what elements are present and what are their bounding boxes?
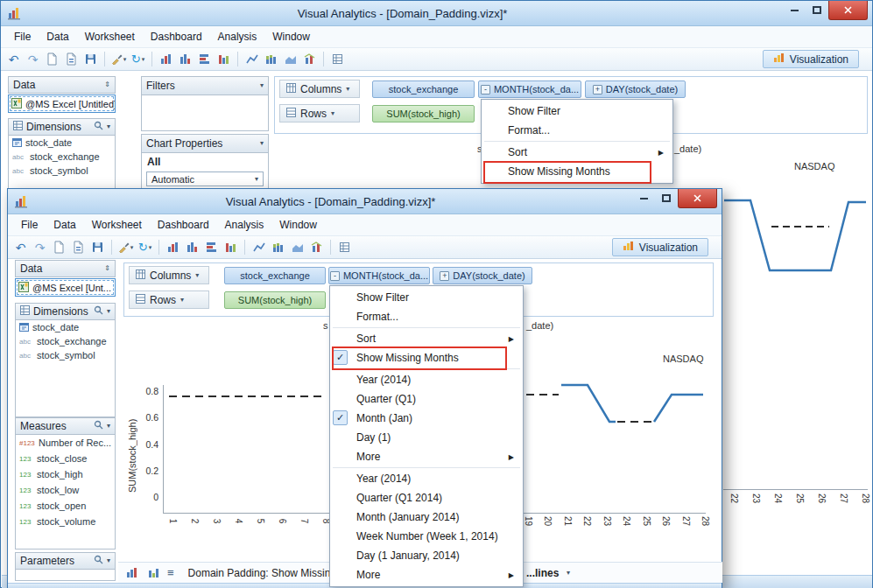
menu-data[interactable]: Data	[39, 27, 76, 46]
columns-shelf-label[interactable]: Columns ▾	[129, 266, 209, 284]
sheet-tab-label[interactable]: Domain Padding: Show Missing	[188, 567, 336, 579]
sort-updown-icon[interactable]: ⇕	[104, 81, 110, 88]
menu-file[interactable]: File	[13, 215, 46, 234]
menu-worksheet[interactable]: Worksheet	[84, 215, 150, 234]
bar-chart-icon[interactable]	[165, 239, 181, 256]
hbar-chart-icon[interactable]	[203, 239, 220, 256]
measure-item-stock-open[interactable]: 123 stock_open	[16, 498, 115, 514]
measure-item-stock-close[interactable]: 123 stock_close	[16, 451, 115, 466]
undo-icon[interactable]: ↶	[12, 239, 29, 256]
menu-item-sort[interactable]: Sort▶	[482, 143, 672, 162]
area-chart-icon[interactable]	[289, 239, 306, 256]
redo-icon[interactable]: ↷	[32, 239, 48, 256]
undo-icon[interactable]: ↶	[5, 51, 22, 68]
measure-item-stock-low[interactable]: 123 stock_low	[16, 482, 115, 498]
column-chart-icon[interactable]	[215, 51, 232, 68]
format-brush-icon[interactable]: ▾	[110, 51, 127, 68]
combo-chart-icon[interactable]	[308, 239, 325, 256]
chart-properties-header[interactable]: Chart Properties ▾	[141, 134, 269, 153]
menu-item-year[interactable]: Year (2014)	[330, 370, 523, 389]
pill-month-stock-date[interactable]: - MONTH(stock_da...	[328, 267, 430, 284]
collapse-icon[interactable]: -	[481, 85, 490, 94]
combo-chart-icon[interactable]	[301, 51, 318, 68]
filters-header[interactable]: Filters ▾	[141, 76, 269, 95]
menu-dashboard[interactable]: Dashboard	[143, 27, 210, 46]
pill-day-stock-date[interactable]: + DAY(stock_date)	[585, 80, 686, 98]
menu-item-sort[interactable]: Sort▶	[330, 329, 523, 348]
menu-data[interactable]: Data	[46, 215, 83, 234]
pill-sum-stock-high[interactable]: SUM(stock_high)	[372, 105, 475, 122]
menu-item-day[interactable]: Day (1)	[330, 428, 523, 447]
menu-item-week-number[interactable]: Week Number (Week 1, 2014)	[330, 527, 523, 546]
menu-item-year-exact[interactable]: Year (2014)	[330, 469, 523, 488]
stacked-chart-icon[interactable]	[263, 51, 279, 68]
measure-item-stock-high[interactable]: 123 stock_high	[16, 466, 115, 482]
stacked-chart-icon[interactable]	[270, 239, 286, 256]
menu-item-show-missing-months[interactable]: Show Missing Months	[482, 162, 672, 181]
line-chart-icon[interactable]	[250, 239, 267, 256]
refresh-icon[interactable]: ↻▾	[137, 239, 153, 256]
collapse-icon[interactable]: -	[330, 271, 340, 281]
new-document-icon[interactable]	[51, 239, 67, 256]
grouped-bar-chart-icon[interactable]	[145, 564, 162, 582]
sort-updown-icon[interactable]: ⇕	[104, 265, 110, 272]
lines-dropdown[interactable]: ...lines	[526, 567, 559, 579]
close-button[interactable]	[828, 1, 868, 20]
menu-item-format[interactable]: Format...	[330, 307, 523, 326]
chevron-down-icon[interactable]: ▾	[260, 140, 264, 147]
search-icon[interactable]	[94, 121, 103, 133]
menu-item-quarter-exact[interactable]: Quarter (Q1 2014)	[330, 488, 523, 508]
menu-item-show-filter[interactable]: Show Filter	[330, 288, 523, 307]
menu-worksheet[interactable]: Worksheet	[77, 27, 143, 46]
column-chart-icon[interactable]	[222, 239, 239, 256]
chevron-down-icon[interactable]: ▾	[567, 570, 570, 577]
grouped-bar-chart-icon[interactable]	[177, 51, 194, 68]
chevron-down-icon[interactable]: ▾	[107, 308, 110, 315]
grouped-bar-chart-icon[interactable]	[184, 239, 201, 256]
refresh-icon[interactable]: ↻▾	[130, 51, 146, 68]
chart-properties-scope[interactable]: All	[142, 153, 268, 171]
pill-day-stock-date[interactable]: + DAY(stock_date)	[433, 267, 532, 284]
redo-icon[interactable]: ↷	[25, 51, 41, 68]
new-document-icon[interactable]	[44, 51, 60, 68]
menu-item-month-exact[interactable]: Month (January 2014)	[330, 508, 523, 527]
hbar-chart-icon[interactable]	[196, 51, 213, 68]
expand-icon[interactable]: +	[440, 271, 449, 281]
menu-analysis[interactable]: Analysis	[210, 27, 265, 46]
menu-item-show-missing-months[interactable]: ✓ Show Missing Months	[330, 348, 523, 368]
list-menu-icon[interactable]: ≡	[167, 567, 174, 578]
rows-shelf-label[interactable]: Rows ▾	[279, 104, 360, 122]
chevron-down-icon[interactable]: ▾	[107, 423, 110, 430]
save-icon[interactable]	[82, 51, 99, 68]
menu-item-more[interactable]: More▶	[330, 447, 523, 466]
format-brush-icon[interactable]: ▾	[117, 239, 134, 256]
bar-chart-icon[interactable]	[158, 51, 174, 68]
line-chart-icon[interactable]	[243, 51, 260, 68]
data-source-item[interactable]: @MS Excel [Untitled]	[8, 94, 116, 113]
dimension-item-stock-symbol[interactable]: abc stock_symbol	[9, 164, 115, 178]
menu-file[interactable]: File	[6, 27, 39, 46]
maximize-button[interactable]	[655, 189, 678, 207]
data-source-item[interactable]: @MS Excel [Unt...	[15, 278, 116, 297]
dimension-item-stock-symbol[interactable]: abc stock_symbol	[16, 348, 115, 362]
area-chart-icon[interactable]	[282, 51, 299, 68]
maximize-button[interactable]	[806, 1, 828, 19]
visualization-tab[interactable]: Visualization	[612, 238, 708, 256]
visualization-tab[interactable]: Visualization	[763, 50, 859, 68]
dimension-item-stock-date[interactable]: stock_date	[16, 320, 115, 334]
dimension-item-stock-date[interactable]: stock_date	[9, 136, 115, 150]
menu-dashboard[interactable]: Dashboard	[150, 215, 217, 234]
duplicate-document-icon[interactable]	[63, 51, 80, 68]
menu-window[interactable]: Window	[271, 215, 325, 234]
titlebar[interactable]: Visual Analytics - [Domain_Padding.vizx]…	[8, 189, 722, 214]
save-icon[interactable]	[89, 239, 106, 256]
bar-chart-icon[interactable]	[123, 564, 140, 582]
menu-item-month[interactable]: ✓ Month (Jan)	[330, 409, 523, 428]
search-icon[interactable]	[94, 420, 103, 432]
menu-item-quarter[interactable]: Quarter (Q1)	[330, 389, 523, 409]
menu-item-show-filter[interactable]: Show Filter	[482, 102, 672, 121]
menu-item-more-exact[interactable]: More▶	[330, 565, 523, 584]
chevron-down-icon[interactable]: ▾	[107, 557, 110, 564]
titlebar[interactable]: Visual Analytics - [Domain_Padding.vizx]…	[1, 1, 872, 26]
rows-shelf-label[interactable]: Rows ▾	[129, 290, 209, 309]
